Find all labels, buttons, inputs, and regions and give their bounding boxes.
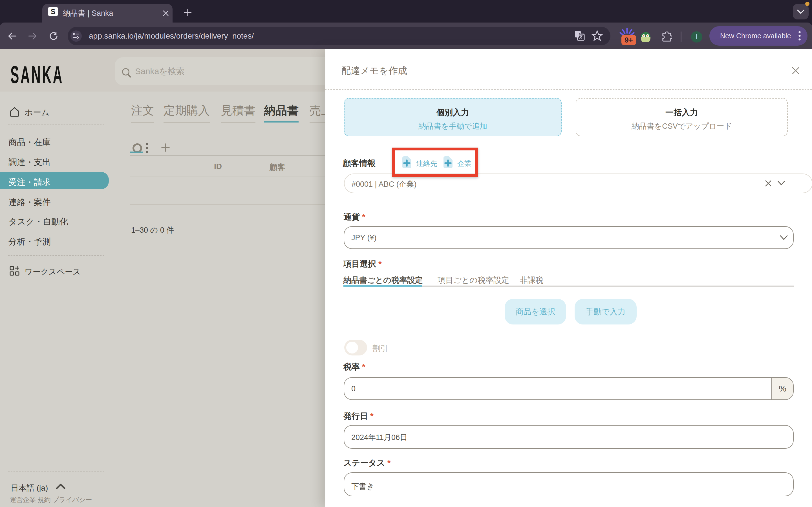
svg-text:9+: 9+: [624, 36, 633, 44]
